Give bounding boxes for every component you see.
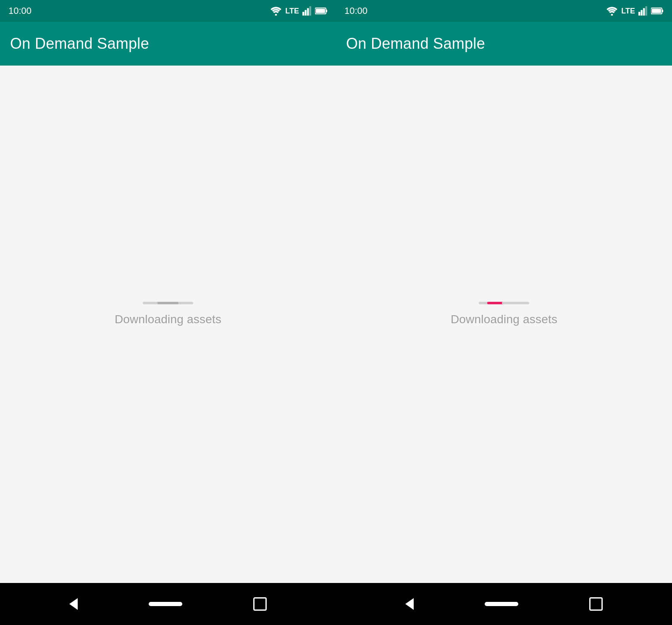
content-area-right: Downloading assets — [336, 66, 672, 583]
svg-rect-15 — [652, 9, 661, 13]
svg-rect-4 — [310, 6, 311, 16]
wifi-icon-right — [606, 6, 618, 16]
status-icons-right: LTE — [606, 6, 664, 16]
back-button-right[interactable] — [405, 598, 414, 610]
battery-icon — [315, 7, 328, 15]
progress-fill-right — [487, 302, 504, 304]
loading-container-right: Downloading assets — [451, 302, 557, 326]
phone-screen-left: 10:00 LTE — [0, 0, 336, 625]
status-icons-left: LTE — [270, 6, 328, 16]
content-area-left: Downloading assets — [0, 66, 336, 583]
svg-point-8 — [611, 14, 613, 16]
downloading-text-right: Downloading assets — [451, 313, 557, 326]
app-title-left: On Demand Sample — [10, 35, 149, 53]
home-pill-icon-left — [149, 602, 182, 606]
svg-rect-7 — [316, 9, 325, 13]
progress-bar-left — [143, 302, 193, 304]
status-bar-left: 10:00 LTE — [0, 0, 336, 22]
recents-button-right[interactable] — [589, 597, 603, 611]
back-arrow-icon-left — [69, 598, 78, 610]
wifi-icon — [270, 6, 282, 16]
downloading-text-left: Downloading assets — [115, 313, 221, 326]
home-button-right[interactable] — [485, 602, 518, 606]
nav-bar-left — [0, 583, 336, 625]
home-pill-icon-right — [485, 602, 518, 606]
status-bar-right: 10:00 LTE — [336, 0, 672, 22]
phone-screen-right: 10:00 LTE — [336, 0, 672, 625]
svg-rect-6 — [326, 10, 327, 12]
recents-button-left[interactable] — [253, 597, 267, 611]
app-title-right: On Demand Sample — [346, 35, 485, 53]
svg-rect-14 — [662, 10, 663, 12]
svg-rect-9 — [638, 12, 640, 16]
lte-icon-right: LTE — [621, 7, 635, 16]
back-button-left[interactable] — [69, 598, 78, 610]
svg-rect-3 — [307, 8, 309, 16]
progress-trail-right — [502, 302, 523, 304]
signal-icon-right — [638, 6, 648, 16]
signal-icon — [302, 6, 312, 16]
svg-rect-11 — [643, 8, 645, 16]
status-time-left: 10:00 — [8, 5, 32, 16]
progress-fill-left — [158, 302, 178, 304]
loading-container-left: Downloading assets — [115, 302, 221, 326]
svg-rect-2 — [305, 10, 307, 16]
svg-rect-1 — [302, 12, 304, 16]
svg-rect-10 — [641, 10, 643, 16]
app-bar-right: On Demand Sample — [336, 22, 672, 66]
lte-icon: LTE — [285, 7, 299, 16]
status-time-right: 10:00 — [344, 5, 368, 16]
svg-point-0 — [275, 14, 277, 16]
svg-rect-12 — [646, 6, 647, 16]
back-arrow-icon-right — [405, 598, 414, 610]
nav-bar-right — [336, 583, 672, 625]
home-button-left[interactable] — [149, 602, 182, 606]
battery-icon-right — [651, 7, 664, 15]
progress-bar-right — [479, 302, 529, 304]
app-bar-left: On Demand Sample — [0, 22, 336, 66]
